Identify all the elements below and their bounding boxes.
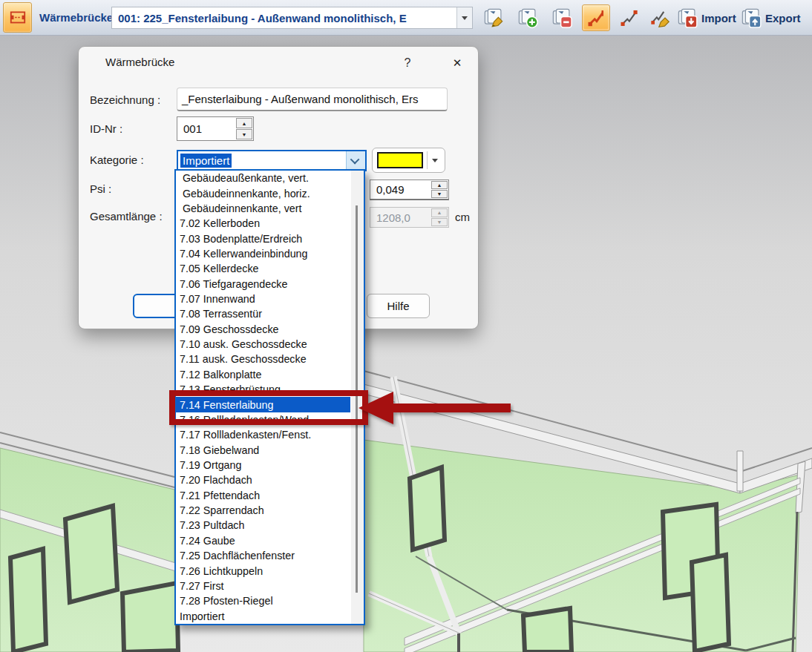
divider — [427, 151, 428, 169]
thermal-bridge-plan-icon — [8, 8, 27, 27]
psi-label: Psi : — [90, 182, 111, 195]
gesamtlaenge-unit: cm — [455, 211, 470, 223]
window-frame — [10, 549, 46, 652]
dropdown-item[interactable]: 7.04 Kellerwandeinbindung — [176, 246, 350, 261]
dropdown-item[interactable]: 7.03 Bodenplatte/Erdreich — [176, 231, 350, 246]
dropdown-item[interactable]: 7.27 First — [176, 579, 350, 593]
dropdown-item[interactable]: 7.28 Pfosten-Riegel — [176, 593, 350, 608]
dropdown-item[interactable]: 7.11 ausk. Geschossdecke — [176, 352, 350, 366]
dropdown-item[interactable]: 7.25 Dachflächenfenster — [176, 548, 350, 563]
hilfe-button[interactable]: Hilfe — [367, 294, 430, 318]
window-frame — [65, 506, 117, 602]
dropdown-item[interactable]: 7.23 Pultdach — [176, 518, 350, 533]
category-color-picker[interactable] — [372, 148, 445, 173]
dropdown-item[interactable]: 7.20 Flachdach — [176, 472, 350, 487]
gesamtlaenge-stepper: 1208,0 ▲ ▼ — [370, 207, 449, 228]
spin-down-icon[interactable]: ▼ — [431, 190, 448, 198]
import-icon — [677, 7, 698, 28]
id-nr-stepper[interactable]: 001 ▲ ▼ — [177, 116, 254, 141]
dropdown-item[interactable]: Gebäudeinnenkante, vert — [176, 201, 350, 216]
dropdown-item[interactable]: 7.05 Kellerdecke — [176, 261, 350, 276]
dialog-title: Wärmebrücke — [105, 56, 174, 68]
dropdown-item[interactable]: 7.26 Lichtkuppeln — [176, 563, 350, 578]
dropdown-item[interactable]: 7.18 Giebelwand — [176, 442, 350, 457]
spin-down-icon: ▼ — [431, 218, 448, 227]
psi-stepper[interactable]: 0,049 ▲ ▼ — [370, 180, 449, 200]
pick-thermal-bridge-line-button[interactable] — [615, 4, 643, 31]
polyline-icon — [586, 7, 606, 28]
chevron-down-icon — [432, 159, 438, 162]
gesamtlaenge-label: Gesamtlänge : — [90, 210, 163, 223]
thermal-bridge-mode-toggle[interactable] — [3, 2, 32, 33]
dropdown-item[interactable]: 7.22 Sparrendach — [176, 503, 350, 518]
id-nr-value: 001 — [177, 117, 235, 140]
dropdown-item[interactable]: 7.10 ausk. Geschossdecke — [176, 337, 350, 352]
kategorie-combobox[interactable]: Importiert — [177, 150, 367, 171]
main-toolbar: Wärmebrücke : 001: 225_Fensterlaibung - … — [0, 0, 812, 36]
add-thermal-bridge-button[interactable] — [514, 4, 542, 31]
dropdown-item[interactable]: 7.24 Gaube — [176, 533, 350, 548]
window-frame — [523, 608, 572, 652]
dropdown-item[interactable]: Gebäudeaußenkante, vert. — [176, 171, 350, 185]
spin-up-icon: ▲ — [431, 208, 448, 217]
dropdown-item[interactable]: 7.08 Terrassentür — [176, 306, 350, 321]
toolbar-label: Wärmebrücke : — [39, 11, 119, 24]
add-icon — [517, 7, 538, 28]
id-nr-label: ID-Nr : — [90, 122, 122, 135]
app-window: Wärmebrücke : 001: 225_Fensterlaibung - … — [0, 0, 812, 652]
bezeichnung-input[interactable]: _Fensterlaibung - Außenwand monolithisch… — [177, 88, 448, 111]
import-button[interactable]: Import — [677, 4, 736, 31]
dropdown-item[interactable]: 7.19 Ortgang — [176, 458, 350, 472]
dropdown-item[interactable]: 7.12 Balkonplatte — [176, 367, 350, 382]
dropdown-item[interactable]: 7.06 Tiefgaragendecke — [176, 277, 350, 292]
kategorie-label: Kategorie : — [90, 154, 144, 166]
edit-thermal-bridge-button[interactable] — [479, 4, 508, 31]
window-frame — [122, 583, 178, 652]
chevron-down-icon — [350, 155, 360, 165]
thermal-bridge-combobox-value: 001: 225_Fensterlaibung - Außenwand mono… — [112, 12, 456, 24]
annotation-arrow — [355, 389, 514, 427]
draw-thermal-bridge-line-button[interactable] — [582, 4, 610, 31]
bezeichnung-label: Bezeichnung : — [90, 93, 160, 106]
export-button[interactable]: Export — [741, 4, 801, 31]
edit-icon — [483, 7, 504, 28]
remove-thermal-bridge-button[interactable] — [548, 4, 576, 31]
remove-icon — [551, 7, 572, 28]
dropdown-item[interactable]: Importiert — [176, 608, 350, 623]
kategorie-value: Importiert — [180, 154, 232, 168]
dropdown-item[interactable]: 7.07 Innenwand — [176, 292, 350, 306]
combobox-dropdown-button[interactable] — [456, 7, 472, 28]
chevron-down-icon — [462, 16, 468, 20]
edit-thermal-bridge-line-button[interactable] — [646, 4, 674, 31]
spin-up-icon[interactable]: ▲ — [431, 181, 448, 189]
close-icon[interactable]: ✕ — [444, 52, 471, 74]
color-swatch — [377, 152, 423, 168]
window-frame — [692, 555, 729, 651]
polyline-points-icon — [618, 7, 639, 28]
spin-up-icon[interactable]: ▲ — [236, 118, 252, 128]
spin-down-icon[interactable]: ▼ — [236, 129, 252, 139]
dropdown-item[interactable]: 7.02 Kellerboden — [176, 216, 350, 231]
dropdown-item[interactable]: 7.21 Pfettendach — [176, 488, 350, 503]
dropdown-item[interactable]: 7.17 Rollladenkasten/Fenst. — [176, 427, 350, 442]
import-label: Import — [701, 12, 736, 24]
dropdown-item[interactable]: 7.09 Geschossdecke — [176, 322, 350, 337]
gesamtlaenge-value: 1208,0 — [370, 208, 430, 227]
help-button[interactable]: ? — [396, 52, 419, 74]
kategorie-dropdown-button[interactable] — [346, 151, 365, 170]
export-icon — [741, 7, 762, 28]
window-frame — [410, 467, 445, 550]
thermal-bridge-combobox[interactable]: 001: 225_Fensterlaibung - Außenwand mono… — [111, 7, 473, 29]
export-label: Export — [765, 12, 801, 24]
psi-value: 0,049 — [370, 180, 430, 199]
polyline-edit-icon — [649, 7, 670, 28]
dropdown-item[interactable]: Gebäudeinnenkante, horiz. — [176, 185, 350, 200]
annotation-highlight-rectangle — [169, 390, 368, 425]
